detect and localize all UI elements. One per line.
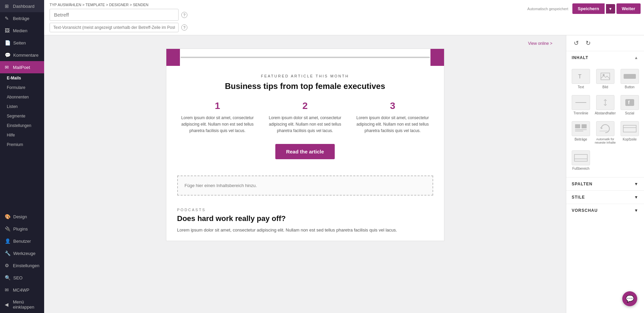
sidebar-item-plugins[interactable]: 🔌 Plugins — [0, 223, 44, 235]
column-2: 2 Lorem ipsum dolor sit amet, consectetu… — [265, 100, 346, 134]
inhalt-label: INHALT — [572, 55, 588, 60]
sidebar-item-mailpoet[interactable]: ✉ MailPoet — [0, 61, 44, 73]
block-beitraege-label: Beiträge — [574, 137, 587, 141]
spalten-header[interactable]: SPALTEN ▼ — [566, 178, 644, 191]
sidebar-sub-listen[interactable]: Listen — [0, 102, 44, 111]
werkzeuge-icon: 🔧 — [5, 251, 11, 256]
kommentare-icon: 💬 — [5, 52, 11, 58]
vorschau-header[interactable]: VORSCHAU ▼ — [566, 204, 644, 217]
sidebar-item-benutzer[interactable]: 👤 Benutzer — [0, 235, 44, 247]
block-trennlinie[interactable]: Trennlinie — [570, 93, 591, 117]
sidebar-item-kommentare[interactable]: 💬 Kommentare — [0, 49, 44, 61]
speichern-dropdown-button[interactable]: ▼ — [606, 4, 615, 14]
sidebar-sub-premium[interactable]: Premium — [0, 140, 44, 149]
sidebar-item-collapse[interactable]: ◀ Menü einklappen — [0, 296, 44, 313]
block-automatik[interactable]: Automatik für neueste Inhalte — [593, 119, 617, 146]
sidebar-item-mc4wp[interactable]: ✉ MC4WP — [0, 284, 44, 296]
svg-rect-1 — [601, 73, 610, 80]
main-area: TYP AUSWÄHLEN > TEMPLATE > DESIGNER > SE… — [44, 0, 644, 313]
sidebar-item-medien[interactable]: 🖼 Medien — [0, 24, 44, 37]
block-beitraege[interactable]: Beiträge — [570, 119, 591, 146]
mailpoet-icon: ✉ — [5, 65, 10, 70]
sidebar-item-seo[interactable]: 🔍 SEO — [0, 272, 44, 284]
workspace: View online > FEATURED ARTICLE THIS MONT… — [44, 35, 644, 313]
block-automatik-label: Automatik für neueste Inhalte — [595, 137, 616, 144]
block-abstandhalter-icon — [596, 95, 614, 110]
block-sozial-label: Sozial — [625, 111, 634, 115]
svg-text:f: f — [628, 100, 630, 105]
inhalt-header[interactable]: INHALT ▲ — [566, 51, 644, 64]
block-bild-label: Bild — [603, 85, 608, 89]
content-blocks-grid: T Text Bild — [566, 64, 644, 177]
block-trennlinie-label: Trennlinie — [573, 111, 588, 115]
view-online-link[interactable]: View online > — [528, 41, 553, 46]
inhalt-chevron: ▲ — [634, 55, 639, 60]
preview-text-input[interactable] — [50, 23, 179, 32]
subject-input[interactable] — [50, 9, 179, 21]
svg-rect-6 — [625, 99, 634, 106]
podcast-text: Lorem ipsum dolor sit amet, consectetur … — [177, 227, 433, 234]
dashboard-icon: ⊞ — [5, 3, 10, 9]
drop-zone[interactable]: Füge hier einen Inhaltsbereich hinzu. — [177, 176, 433, 196]
block-bild[interactable]: Bild — [593, 67, 617, 91]
sidebar-sub-emails[interactable]: E-Mails — [0, 73, 44, 83]
block-text-label: Text — [578, 85, 584, 89]
collapse-icon: ◀ — [5, 302, 10, 307]
block-sozial-icon: f — [621, 95, 639, 110]
featured-label: FEATURED ARTICLE THIS MONTH — [177, 74, 433, 78]
header-line — [181, 57, 430, 58]
svg-rect-8 — [575, 124, 580, 128]
benutzer-icon: 👤 — [5, 238, 11, 244]
sidebar-sub-einstellungen[interactable]: Einstellungen — [0, 121, 44, 130]
redo-button[interactable]: ↻ — [584, 39, 593, 48]
block-abstandhalter-label: Abstandhalter — [595, 111, 616, 115]
block-fussbereich-label: Fußbereich — [572, 167, 590, 170]
subject-help-icon[interactable]: ? — [181, 12, 187, 18]
sidebar-sub-segmente[interactable]: Segmente — [0, 111, 44, 121]
svg-rect-9 — [582, 124, 587, 128]
block-button-icon — [621, 69, 639, 84]
stile-header[interactable]: STILE ▼ — [566, 191, 644, 204]
svg-rect-3 — [624, 74, 636, 79]
auto-saved-text: Automatisch gespeichert — [527, 7, 568, 11]
block-kopfzeile[interactable]: Kopfzeile — [619, 119, 640, 146]
spalten-chevron: ▼ — [634, 182, 639, 186]
block-abstandhalter[interactable]: Abstandhalter — [593, 93, 617, 117]
sidebar-item-dashboard[interactable]: ⊞ Dashboard — [0, 0, 44, 12]
view-online-row: View online > — [58, 41, 552, 46]
three-columns: 1 Lorem ipsum dolor sit amet, consectetu… — [177, 100, 433, 134]
sidebar-item-beitraege[interactable]: ✎ Beiträge — [0, 12, 44, 24]
block-beitraege-icon — [572, 121, 590, 136]
einstellungen-icon: ⚙ — [5, 263, 10, 268]
canvas-area: View online > FEATURED ARTICLE THIS MONT… — [44, 35, 566, 313]
sidebar-item-seiten[interactable]: 📄 Seiten — [0, 37, 44, 49]
col2-text: Lorem ipsum dolor sit amet, consectetur … — [265, 115, 346, 134]
block-button-label: Button — [625, 85, 634, 89]
sidebar-sub-formulare[interactable]: Formulare — [0, 83, 44, 92]
weiter-button[interactable]: Weiter — [617, 3, 641, 14]
design-icon: 🎨 — [5, 214, 11, 219]
speichern-button[interactable]: Speichern — [572, 3, 605, 14]
sidebar-item-einstellungen-bottom[interactable]: ⚙ Einstellungen — [0, 259, 44, 272]
block-button[interactable]: Button — [619, 67, 640, 91]
featured-title: Business tips from top female executives — [177, 81, 433, 91]
sidebar-sub-abonnenten[interactable]: Abonnenten — [0, 92, 44, 102]
beitraege-icon: ✎ — [5, 16, 10, 21]
seo-icon: 🔍 — [5, 275, 11, 280]
block-sozial[interactable]: f Sozial — [619, 93, 640, 117]
block-fussbereich[interactable]: Fußbereich — [570, 148, 591, 172]
right-panel: ↺ ↻ INHALT ▲ T Text — [566, 35, 644, 313]
sidebar-item-design[interactable]: 🎨 Design — [0, 210, 44, 223]
block-text[interactable]: T Text — [570, 67, 591, 91]
featured-section: FEATURED ARTICLE THIS MONTH Business tip… — [166, 66, 444, 170]
stile-chevron: ▼ — [634, 195, 639, 200]
preview-help-icon[interactable]: ? — [181, 24, 187, 31]
read-article-button[interactable]: Read the article — [275, 144, 335, 159]
sidebar-item-werkzeuge[interactable]: 🔧 Werkzeuge — [0, 247, 44, 259]
block-fussbereich-icon — [572, 150, 590, 165]
sidebar-sub-hilfe[interactable]: Hilfe — [0, 130, 44, 140]
seiten-icon: 📄 — [5, 40, 11, 45]
undo-button[interactable]: ↺ — [572, 39, 581, 48]
header-accent-left — [166, 49, 180, 66]
chat-bubble[interactable]: 💬 — [622, 291, 637, 306]
